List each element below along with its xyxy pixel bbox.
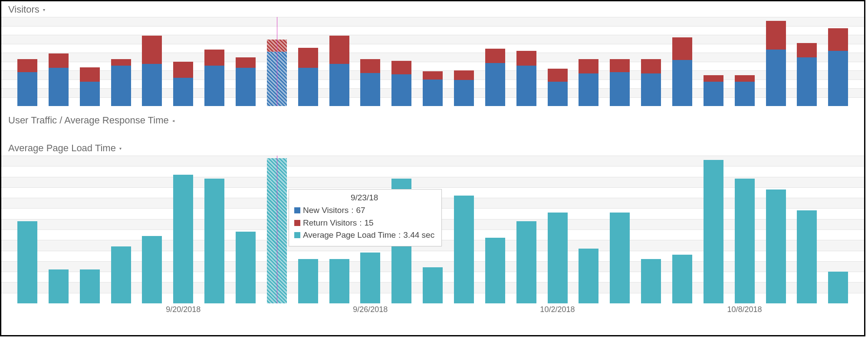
visitors-bar[interactable] — [511, 17, 542, 106]
visitors-bar[interactable] — [230, 17, 261, 106]
x-axis-tick: 9/26/2018 — [353, 305, 388, 314]
load-time-bar[interactable] — [261, 156, 293, 303]
visitors-bar[interactable] — [43, 17, 74, 106]
load-time-bar[interactable] — [105, 156, 137, 303]
user-traffic-title[interactable]: User Traffic / Average Response Time ◂ — [1, 112, 864, 128]
tooltip-row-load-time: Average Page Load Time : 3.44 sec — [294, 229, 434, 242]
load-time-bar[interactable] — [448, 156, 480, 303]
visitors-bar[interactable] — [417, 17, 448, 106]
load-time-bar[interactable] — [74, 156, 105, 303]
tooltip-label: Average Page Load Time — [303, 229, 396, 242]
load-time-bar[interactable] — [760, 156, 792, 303]
tooltip-value: 3.44 sec — [403, 229, 434, 242]
visitors-bar[interactable] — [698, 17, 729, 106]
x-axis: 9/20/20189/26/201810/2/201810/8/2018 — [1, 305, 864, 317]
visitors-bar[interactable] — [448, 17, 480, 106]
chevron-down-icon: ▾ — [119, 146, 122, 151]
user-traffic-title-label: User Traffic / Average Response Time — [8, 115, 169, 126]
visitors-bar[interactable] — [667, 17, 698, 106]
visitors-bar[interactable] — [261, 17, 293, 106]
chevron-down-icon: ▾ — [43, 7, 45, 12]
load-time-bar[interactable] — [136, 156, 168, 303]
visitors-bar[interactable] — [480, 17, 511, 106]
tooltip-value: 67 — [356, 204, 365, 217]
load-time-bar[interactable] — [791, 156, 822, 303]
visitors-bar[interactable] — [604, 17, 635, 106]
tooltip-label: Return Visitors — [303, 217, 357, 229]
visitors-bar[interactable] — [573, 17, 604, 106]
tooltip-value: 15 — [365, 217, 374, 229]
load-time-title-label: Average Page Load Time — [8, 143, 116, 154]
x-axis-tick: 9/20/2018 — [166, 305, 201, 314]
visitors-chart[interactable] — [1, 17, 864, 106]
load-time-bar[interactable] — [604, 156, 635, 303]
visitors-bar[interactable] — [168, 17, 199, 106]
chevron-left-icon: ◂ — [172, 118, 174, 123]
load-time-bar[interactable] — [199, 156, 230, 303]
load-time-bar[interactable] — [822, 156, 854, 303]
visitors-title-label: Visitors — [8, 4, 39, 15]
load-time-bar[interactable] — [511, 156, 542, 303]
visitors-bar[interactable] — [293, 17, 324, 106]
tooltip-row-return-visitors: Return Visitors : 15 — [294, 217, 434, 229]
load-time-bar[interactable] — [12, 156, 43, 303]
load-time-bar[interactable] — [230, 156, 261, 303]
visitors-bar[interactable] — [760, 17, 792, 106]
visitors-bar[interactable] — [199, 17, 230, 106]
visitors-bar[interactable] — [74, 17, 105, 106]
visitors-bar[interactable] — [355, 17, 386, 106]
chart-tooltip: 9/23/18 New Visitors : 67 Return Visitor… — [289, 189, 442, 246]
load-time-bar[interactable] — [480, 156, 511, 303]
tooltip-date: 9/23/18 — [294, 193, 434, 203]
swatch-new-visitors-icon — [294, 207, 300, 213]
x-axis-tick: 10/8/2018 — [727, 305, 762, 314]
visitors-bar[interactable] — [822, 17, 854, 106]
visitors-bar[interactable] — [324, 17, 355, 106]
visitors-bar[interactable] — [791, 17, 822, 106]
load-time-bar[interactable] — [667, 156, 698, 303]
visitors-bar[interactable] — [542, 17, 573, 106]
visitors-bar[interactable] — [136, 17, 168, 106]
tooltip-label: New Visitors — [303, 204, 349, 217]
visitors-title[interactable]: Visitors ▾ — [1, 1, 864, 17]
swatch-return-visitors-icon — [294, 220, 300, 226]
load-time-bar[interactable] — [635, 156, 667, 303]
load-time-bar[interactable] — [542, 156, 573, 303]
x-axis-tick: 10/2/2018 — [540, 305, 575, 314]
load-time-bar[interactable] — [43, 156, 74, 303]
swatch-load-time-icon — [294, 232, 300, 238]
visitors-bar[interactable] — [12, 17, 43, 106]
visitors-bar[interactable] — [105, 17, 137, 106]
load-time-bar[interactable] — [573, 156, 604, 303]
tooltip-row-new-visitors: New Visitors : 67 — [294, 204, 434, 217]
load-time-bar[interactable] — [168, 156, 199, 303]
visitors-bar[interactable] — [386, 17, 417, 106]
load-time-bar[interactable] — [698, 156, 729, 303]
visitors-bar[interactable] — [729, 17, 760, 106]
load-time-bar[interactable] — [729, 156, 760, 303]
dashboard-frame: Visitors ▾ User Traffic / Average Respon… — [0, 0, 865, 336]
visitors-bar[interactable] — [635, 17, 667, 106]
load-time-title[interactable]: Average Page Load Time ▾ — [1, 140, 864, 156]
load-time-chart[interactable]: 9/23/18 New Visitors : 67 Return Visitor… — [1, 156, 864, 303]
